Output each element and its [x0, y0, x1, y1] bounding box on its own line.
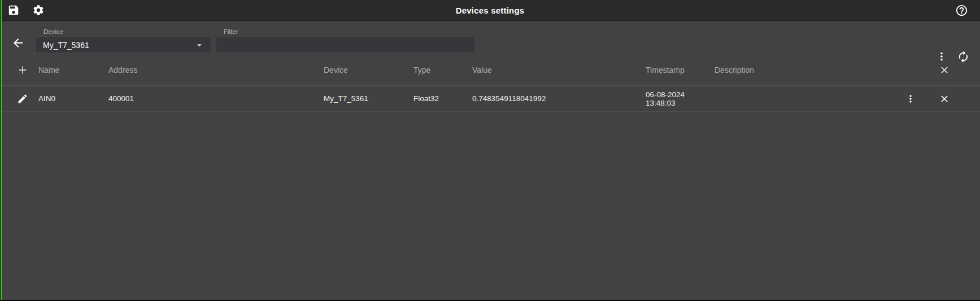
header-close-cell	[931, 63, 958, 77]
row-close-cell	[931, 92, 958, 106]
header-device: Device	[324, 66, 413, 75]
chevron-down-icon	[194, 40, 205, 51]
row-more-button[interactable]	[904, 92, 917, 106]
row-timestamp: 06-08-2024 13:48:03	[646, 90, 715, 107]
device-select[interactable]: My_T7_5361	[36, 37, 211, 53]
row-kebab-cell	[897, 92, 924, 106]
header-address: Address	[108, 66, 324, 75]
row-name: AIN0	[38, 94, 108, 103]
back-button[interactable]	[11, 36, 25, 50]
row-value: 0.7483549118041992	[472, 94, 646, 103]
close-icon	[939, 93, 950, 104]
row-device: My_T7_5361	[324, 94, 413, 103]
toolbar-more-button[interactable]	[935, 50, 948, 63]
add-register-button[interactable]	[16, 63, 29, 77]
header-type: Type	[413, 66, 472, 75]
row-type: Float32	[413, 94, 472, 103]
back-arrow-icon	[11, 36, 25, 50]
table-row: AIN0 400001 My_T7_5361 Float32 0.7483549…	[0, 86, 980, 112]
edit-register-button[interactable]	[16, 92, 29, 106]
filter-field: Filter	[216, 28, 474, 53]
header-timestamp: Timestamp	[646, 66, 715, 75]
kebab-menu-icon	[935, 50, 948, 63]
help-icon	[955, 4, 968, 17]
edit-pencil-icon	[17, 93, 28, 104]
screen-capture-border	[0, 0, 2, 301]
filter-input[interactable]	[223, 41, 469, 50]
row-delete-button[interactable]	[938, 92, 951, 106]
device-field-label: Device	[43, 28, 211, 35]
page-title: Devices settings	[0, 6, 980, 15]
device-field: Device My_T7_5361	[36, 28, 211, 53]
filter-input-box	[216, 37, 474, 53]
add-icon	[16, 64, 29, 76]
toolbar: Device My_T7_5361 Filter	[0, 21, 980, 54]
header-add-cell	[0, 63, 38, 77]
filter-field-label: Filter	[224, 28, 474, 35]
device-select-value: My_T7_5361	[43, 41, 194, 50]
row-edit-cell	[0, 92, 38, 106]
table-empty-area	[0, 112, 980, 301]
row-address: 400001	[108, 94, 324, 103]
help-button[interactable]	[955, 3, 968, 17]
header-name: Name	[38, 66, 108, 75]
kebab-menu-icon	[905, 93, 916, 104]
refresh-icon	[957, 50, 970, 63]
table-header: Name Address Device Type Value Timestamp…	[0, 54, 980, 86]
header-value: Value	[472, 66, 646, 75]
close-all-button[interactable]	[938, 63, 951, 77]
close-icon	[939, 64, 950, 76]
header-description: Description	[715, 66, 897, 75]
refresh-button[interactable]	[956, 50, 970, 63]
titlebar: Devices settings	[0, 0, 980, 21]
